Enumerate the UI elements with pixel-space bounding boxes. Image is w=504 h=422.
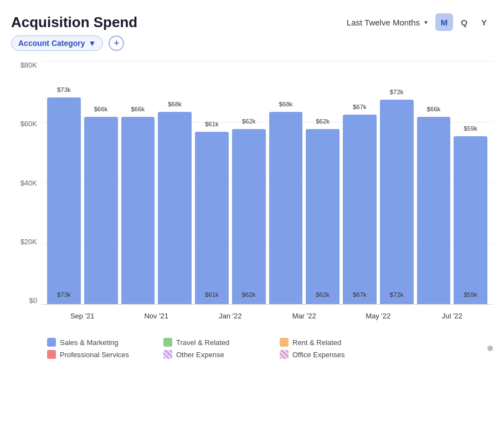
x-label-may22-group: May '22 xyxy=(343,312,414,320)
bar-label-inside-0: $73k xyxy=(57,291,71,298)
legend-label-other: Other Expense xyxy=(176,351,224,359)
bar-7[interactable]: $62k$62k xyxy=(306,129,340,305)
legend-item-travel: Travel & Related xyxy=(163,338,263,347)
bar-label-top-10: $66k xyxy=(426,106,440,112)
legend-label-travel: Travel & Related xyxy=(176,338,229,347)
bar-label-top-6: $68k xyxy=(279,101,292,107)
add-filter-button[interactable]: + xyxy=(109,35,124,51)
legend-item-professional: Professional Services xyxy=(47,350,147,359)
legend-item-office: Office Expenses xyxy=(280,350,379,359)
x-label-jan22: Jan '22 xyxy=(219,312,242,320)
filter-label: Account Category xyxy=(18,39,85,48)
dropdown-arrow-icon: ▼ xyxy=(423,19,429,25)
bar-9[interactable]: $72k$72k xyxy=(380,100,414,305)
bar-group-8[interactable]: $67k$67k xyxy=(343,115,377,305)
bar-11[interactable]: $59k$59k xyxy=(454,136,487,305)
x-label-mar22-group: Mar '22 xyxy=(269,312,340,320)
bar-4[interactable]: $61k$61k xyxy=(195,132,229,305)
period-quarter-button[interactable]: Q xyxy=(455,13,473,31)
bar-group-9[interactable]: $72k$72k xyxy=(380,100,414,305)
chart-title: Acquisition Spend xyxy=(11,14,137,31)
bar-5[interactable]: $62k$62k xyxy=(232,129,266,305)
x-label-may22: May '22 xyxy=(366,312,390,320)
bar-group-4[interactable]: $61k$61k xyxy=(195,132,229,305)
legend-swatch-travel xyxy=(163,338,172,347)
x-label-nov21-group: Nov '21 xyxy=(121,312,192,320)
chart-inner: $73k$73k$66k$66k$68k$61k$61k$62k$62k$68k… xyxy=(42,61,493,327)
legend-swatch-rent xyxy=(280,338,289,347)
x-label-jul22: Jul '22 xyxy=(442,312,462,320)
legend-label-professional: Professional Services xyxy=(60,351,129,359)
legend: Sales & Marketing Travel & Related Rent … xyxy=(42,333,493,363)
bar-label-top-8: $67k xyxy=(353,104,367,110)
legend-item-other: Other Expense xyxy=(163,350,263,359)
bar-8[interactable]: $67k$67k xyxy=(343,115,377,305)
bar-group-3[interactable]: $68k xyxy=(158,112,192,305)
bar-group-6[interactable]: $68k xyxy=(269,112,303,305)
bar-10[interactable]: $66k xyxy=(417,117,451,305)
legend-swatch-office xyxy=(280,350,289,359)
x-label-jul22-group: Jul '22 xyxy=(417,312,488,320)
bar-group-11[interactable]: $59k$59k xyxy=(454,136,487,305)
y-label-40k: $40K xyxy=(20,179,37,187)
legend-item-rent: Rent & Related xyxy=(280,338,379,347)
legend-item-sales: Sales & Marketing xyxy=(47,338,147,347)
bar-label-inside-11: $59k xyxy=(464,291,477,298)
bar-group-0[interactable]: $73k$73k xyxy=(47,97,81,305)
legend-swatch-professional xyxy=(47,350,56,359)
bar-label-top-1: $66k xyxy=(94,106,108,112)
header-controls: Last Twelve Months ▼ M Q Y xyxy=(347,13,493,31)
bar-label-inside-5: $62k xyxy=(242,291,256,298)
bar-label-top-4: $61k xyxy=(205,121,219,127)
x-label-sep21: Sep '21 xyxy=(70,312,95,320)
legend-label-office: Office Expenses xyxy=(292,351,344,359)
bar-3[interactable]: $68k xyxy=(158,112,192,305)
bar-label-top-2: $66k xyxy=(131,106,145,112)
filter-arrow-icon: ▼ xyxy=(89,39,96,48)
bar-1[interactable]: $66k xyxy=(84,117,118,305)
x-label-mar22: Mar '22 xyxy=(292,312,316,320)
period-month-button[interactable]: M xyxy=(435,13,453,31)
bar-2[interactable]: $66k xyxy=(121,117,155,305)
bar-group-2[interactable]: $66k xyxy=(121,117,155,305)
legend-label-rent: Rent & Related xyxy=(292,338,341,347)
legend-swatch-other xyxy=(163,350,172,359)
legend-label-sales: Sales & Marketing xyxy=(60,338,119,347)
bar-label-top-7: $62k xyxy=(316,118,330,125)
x-label-nov21: Nov '21 xyxy=(144,312,168,320)
period-year-button[interactable]: Y xyxy=(475,13,493,31)
bar-6[interactable]: $68k xyxy=(269,112,303,305)
bar-label-inside-4: $61k xyxy=(205,291,219,298)
x-labels: Sep '21 Nov '21 Jan '22 Mar '22 May '22 … xyxy=(42,305,493,327)
y-axis: $80K $60K $40K $20K $0 xyxy=(11,61,42,305)
y-label-0: $0 xyxy=(29,296,37,305)
bar-label-inside-8: $67k xyxy=(353,291,367,298)
scroll-indicator xyxy=(487,346,493,351)
bar-label-top-3: $68k xyxy=(168,101,182,107)
bar-label-top-5: $62k xyxy=(242,118,256,125)
x-label-sep21-group: Sep '21 xyxy=(47,312,118,320)
time-range-dropdown[interactable]: Last Twelve Months ▼ xyxy=(347,18,429,27)
bar-label-inside-7: $62k xyxy=(316,291,330,298)
header-row: Acquisition Spend Last Twelve Months ▼ M… xyxy=(11,13,493,31)
y-label-80k: $80K xyxy=(20,61,37,69)
bar-group-10[interactable]: $66k xyxy=(417,117,451,305)
chart-area: $80K $60K $40K $20K $0 $73k$73k$66k$66k$… xyxy=(11,61,493,327)
bar-group-7[interactable]: $62k$62k xyxy=(306,129,340,305)
bar-group-1[interactable]: $66k xyxy=(84,117,118,305)
bar-label-top-9: $72k xyxy=(390,89,404,95)
x-label-jan22-group: Jan '22 xyxy=(195,312,266,320)
bar-0[interactable]: $73k$73k xyxy=(47,97,81,305)
bar-label-inside-9: $72k xyxy=(390,291,404,298)
period-buttons: M Q Y xyxy=(435,13,493,31)
filter-row: Account Category ▼ + xyxy=(11,35,493,51)
time-range-label: Last Twelve Months xyxy=(347,18,420,27)
y-label-20k: $20K xyxy=(20,238,37,246)
account-category-filter[interactable]: Account Category ▼ xyxy=(11,35,103,51)
bar-label-top-11: $59k xyxy=(464,125,477,132)
x-axis-line xyxy=(42,304,493,305)
bar-group-5[interactable]: $62k$62k xyxy=(232,129,266,305)
bars-container: $73k$73k$66k$66k$68k$61k$61k$62k$62k$68k… xyxy=(42,61,493,305)
legend-swatch-sales xyxy=(47,338,56,347)
bar-label-top-0: $73k xyxy=(57,86,71,93)
